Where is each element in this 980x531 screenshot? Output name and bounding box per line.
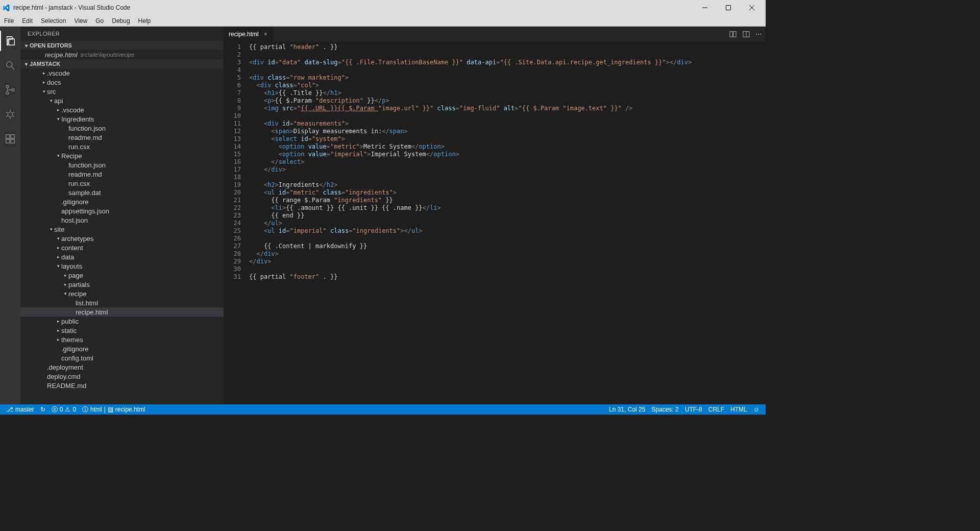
- sidebar: EXPLORER ▾ OPEN EDITORS recipe.html src\…: [20, 27, 224, 404]
- folder-static[interactable]: ▸static: [20, 326, 224, 335]
- more-icon[interactable]: ⋯: [755, 31, 762, 38]
- code-editor[interactable]: 1234567891011121314151617181920212223242…: [224, 42, 766, 404]
- code-content: {{ partial "header" . }} <div id="data" …: [246, 42, 766, 404]
- tree-item-label: src: [47, 88, 56, 95]
- tree-item-label: deploy.cmd: [47, 373, 81, 380]
- file-tree: ▸.vscode▸docs▾src▾api▸.vscode▾Ingredient…: [20, 68, 224, 390]
- compare-icon[interactable]: [729, 30, 737, 38]
- menu-edit[interactable]: Edit: [18, 16, 37, 26]
- open-editors-header[interactable]: ▾ OPEN EDITORS: [20, 41, 224, 50]
- svg-rect-17: [11, 135, 14, 138]
- file-readme.md[interactable]: README.md: [20, 381, 224, 390]
- extensions-icon[interactable]: [0, 129, 20, 149]
- tree-item-label: static: [61, 327, 77, 334]
- file-readme.md[interactable]: readme.md: [20, 133, 224, 142]
- folder-recipe[interactable]: ▾recipe: [20, 289, 224, 298]
- svg-rect-20: [730, 32, 732, 37]
- debug-icon[interactable]: [0, 104, 20, 125]
- menu-debug[interactable]: Debug: [108, 16, 134, 26]
- folder-docs[interactable]: ▸docs: [20, 78, 224, 87]
- feedback-icon[interactable]: ☺: [750, 406, 763, 413]
- eol[interactable]: CRLF: [705, 406, 727, 413]
- file-.gitignore[interactable]: .gitignore: [20, 197, 224, 206]
- folder-ingredients[interactable]: ▾Ingredients: [20, 114, 224, 124]
- svg-rect-21: [733, 32, 736, 37]
- chevron-down-icon: ▾: [55, 263, 61, 269]
- menu-go[interactable]: Go: [91, 16, 108, 26]
- tab-label: recipe.html: [229, 31, 259, 38]
- tab-recipe-html[interactable]: recipe.html ×: [224, 27, 273, 42]
- svg-rect-18: [6, 139, 10, 143]
- chevron-down-icon: ▾: [62, 291, 68, 296]
- split-editor-icon[interactable]: [742, 30, 750, 38]
- file-config.toml[interactable]: config.toml: [20, 353, 224, 363]
- file-run.csx[interactable]: run.csx: [20, 179, 224, 188]
- open-editor-item[interactable]: recipe.html src\site\layouts\recipe: [20, 50, 224, 59]
- folder-.vscode[interactable]: ▸.vscode: [20, 68, 224, 78]
- tree-item-label: public: [61, 318, 79, 325]
- chevron-right-icon: ▸: [55, 245, 61, 250]
- folder-archetypes[interactable]: ▾archetypes: [20, 234, 224, 243]
- file-.gitignore[interactable]: .gitignore: [20, 344, 224, 353]
- tree-item-label: run.csx: [68, 143, 90, 151]
- menu-view[interactable]: View: [70, 16, 91, 26]
- status-lang-file[interactable]: ⓘ html | ▤ recipe.html: [79, 405, 148, 414]
- folder-api[interactable]: ▾api: [20, 96, 224, 105]
- problems[interactable]: ⓧ0 ⚠0: [48, 405, 79, 414]
- file-sample.dat[interactable]: sample.dat: [20, 188, 224, 197]
- file-appsettings.json[interactable]: appsettings.json: [20, 206, 224, 215]
- menu-selection[interactable]: Selection: [37, 16, 70, 26]
- tree-item-label: .vscode: [61, 106, 84, 114]
- file-recipe.html[interactable]: recipe.html: [20, 307, 224, 317]
- file-icon: ▤: [108, 406, 113, 413]
- folder-layouts[interactable]: ▾layouts: [20, 261, 224, 271]
- folder-data[interactable]: ▸data: [20, 252, 224, 261]
- file-host.json[interactable]: host.json: [20, 215, 224, 225]
- chevron-right-icon: ▸: [55, 107, 61, 112]
- project-header[interactable]: ▾ JAMSTACK: [20, 59, 224, 68]
- git-branch[interactable]: ⎇ master: [3, 406, 37, 413]
- folder-content[interactable]: ▸content: [20, 243, 224, 252]
- folder-site[interactable]: ▾site: [20, 225, 224, 234]
- folder-themes[interactable]: ▸themes: [20, 335, 224, 344]
- tree-item-label: config.toml: [61, 354, 93, 362]
- file-deploy.cmd[interactable]: deploy.cmd: [20, 372, 224, 381]
- svg-rect-1: [726, 6, 731, 10]
- folder-recipe[interactable]: ▾Recipe: [20, 151, 224, 160]
- close-button[interactable]: [740, 0, 764, 15]
- explorer-icon[interactable]: [0, 31, 20, 51]
- maximize-button[interactable]: [717, 0, 740, 15]
- tree-item-label: content: [61, 244, 83, 252]
- file-.deployment[interactable]: .deployment: [20, 363, 224, 372]
- minimize-button[interactable]: [693, 0, 717, 15]
- file-function.json[interactable]: function.json: [20, 124, 224, 133]
- error-icon: ⓧ: [52, 405, 58, 414]
- menu-help[interactable]: Help: [134, 16, 155, 26]
- tree-item-label: readme.md: [68, 134, 102, 141]
- close-icon[interactable]: ×: [264, 31, 267, 38]
- folder-src[interactable]: ▾src: [20, 87, 224, 96]
- encoding[interactable]: UTF-8: [682, 406, 705, 413]
- folder-.vscode[interactable]: ▸.vscode: [20, 105, 224, 114]
- file-list.html[interactable]: list.html: [20, 298, 224, 307]
- source-control-icon[interactable]: [0, 80, 20, 100]
- file-function.json[interactable]: function.json: [20, 160, 224, 170]
- folder-page[interactable]: ▸page: [20, 271, 224, 280]
- folder-public[interactable]: ▸public: [20, 317, 224, 326]
- sync-button[interactable]: ↻: [37, 406, 48, 413]
- chevron-right-icon: ▸: [62, 282, 68, 287]
- open-editor-filename: recipe.html: [45, 51, 78, 59]
- file-run.csx[interactable]: run.csx: [20, 142, 224, 151]
- language-mode[interactable]: HTML: [727, 406, 750, 413]
- indentation[interactable]: Spaces: 2: [648, 406, 681, 413]
- cursor-position[interactable]: Ln 31, Col 25: [606, 406, 648, 413]
- search-icon[interactable]: [0, 55, 20, 76]
- branch-name: master: [15, 406, 34, 413]
- tree-item-label: readme.md: [68, 171, 102, 178]
- file-readme.md[interactable]: readme.md: [20, 170, 224, 179]
- info-icon: ⓘ: [82, 405, 88, 414]
- svg-point-9: [8, 112, 12, 116]
- folder-partials[interactable]: ▸partials: [20, 280, 224, 289]
- menu-file[interactable]: File: [0, 16, 18, 26]
- svg-point-8: [12, 89, 14, 91]
